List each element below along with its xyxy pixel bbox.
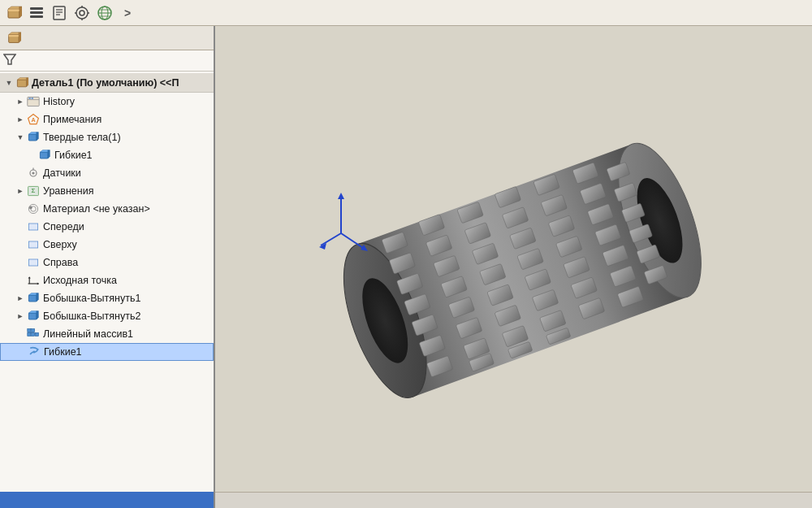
flexible1-label: Гибкие1 — [54, 150, 93, 161]
origin-icon — [26, 273, 41, 288]
main-area: ▼ Деталь1 (По умолчанию) <<П ► — [0, 26, 812, 508]
material-expand-icon — [15, 203, 26, 215]
svg-marker-38 — [37, 132, 38, 141]
svg-rect-39 — [40, 152, 48, 158]
svg-rect-64 — [32, 332, 35, 336]
root-expand-icon: ▼ — [3, 77, 15, 89]
top-plane-icon — [26, 237, 41, 252]
svg-point-49 — [29, 206, 32, 209]
svg-rect-51 — [28, 241, 37, 248]
globe-btn[interactable] — [94, 2, 115, 24]
pattern-label: Линейный массив1 — [43, 328, 133, 340]
material-icon — [26, 202, 41, 216]
svg-rect-6 — [30, 15, 43, 18]
svg-marker-59 — [37, 293, 38, 302]
solids-label: Твердые тела(1) — [43, 132, 121, 143]
tree-item-top[interactable]: Сверху — [0, 236, 214, 254]
front-expand-icon — [15, 221, 26, 232]
3d-part-icon — [6, 5, 22, 21]
tree-item-boss1[interactable]: ► Бобышка-Вытянуть1 — [0, 289, 214, 307]
svg-rect-32 — [28, 98, 30, 99]
solids-expand-icon: ▼ — [15, 132, 26, 143]
feature-tree[interactable]: ▼ Деталь1 (По умолчанию) <<П ► — [0, 72, 214, 492]
tree-item-equations[interactable]: ► Σ Уравнения — [0, 182, 214, 200]
equations-label: Уравнения — [43, 185, 93, 197]
more-btn[interactable]: > — [117, 2, 138, 24]
filter-icon — [3, 53, 16, 68]
svg-marker-55 — [28, 276, 31, 278]
history-label: History — [43, 96, 75, 107]
svg-rect-66 — [28, 329, 31, 332]
tree-item-flexible1[interactable]: Гибкие1 — [0, 146, 214, 164]
svg-marker-126 — [338, 193, 344, 199]
svg-rect-33 — [32, 98, 33, 99]
tree-item-origin[interactable]: Исходная точка — [0, 271, 214, 289]
feature-manager-icon — [28, 5, 45, 21]
config-manager-icon — [74, 5, 90, 21]
top-expand-icon — [15, 239, 26, 250]
viewport[interactable] — [215, 26, 812, 508]
flexible1-expand-icon — [26, 150, 37, 161]
svg-point-68 — [32, 350, 35, 353]
svg-marker-29 — [27, 77, 28, 86]
svg-marker-41 — [48, 150, 50, 158]
top-label: Сверху — [43, 239, 77, 250]
tree-item-right[interactable]: Справа — [0, 254, 214, 271]
solids-icon — [26, 130, 41, 145]
svg-rect-36 — [28, 134, 37, 141]
svg-marker-3 — [19, 7, 22, 18]
feature-manager-btn[interactable] — [26, 2, 47, 24]
sensors-icon — [26, 166, 41, 180]
tree-item-front[interactable]: Спереди — [0, 218, 214, 236]
panel-status-bar — [0, 492, 214, 508]
right-plane-icon — [26, 255, 41, 270]
tree-item-material[interactable]: Материал <не указан> — [0, 200, 214, 218]
notes-expand-icon: ► — [15, 114, 26, 125]
svg-point-12 — [76, 7, 88, 19]
sensors-expand-icon — [15, 167, 26, 179]
tree-item-flexible2[interactable]: Гибкие1 — [0, 343, 214, 361]
flex2-icon — [27, 345, 41, 359]
part-small-btn[interactable] — [3, 28, 24, 49]
config-manager-btn[interactable] — [71, 2, 93, 24]
svg-marker-61 — [28, 311, 37, 313]
tree-item-history[interactable]: ► History — [0, 93, 214, 111]
svg-rect-7 — [54, 7, 65, 20]
front-plane-icon — [26, 219, 41, 234]
svg-rect-52 — [28, 259, 37, 266]
origin-label: Исходная точка — [43, 275, 117, 286]
tree-item-sensors[interactable]: Датчики — [0, 164, 214, 182]
equations-icon: Σ — [26, 184, 41, 198]
svg-rect-1 — [8, 9, 19, 11]
svg-point-43 — [32, 172, 34, 174]
svg-marker-56 — [37, 282, 39, 284]
right-label: Справа — [43, 257, 78, 268]
solid-body-icon — [37, 148, 52, 163]
svg-rect-57 — [28, 295, 37, 302]
tree-item-notes[interactable]: ► A Примечания — [0, 111, 214, 128]
property-manager-icon — [51, 5, 67, 21]
pattern-icon — [26, 327, 41, 341]
root-item[interactable]: ▼ Деталь1 (По умолчанию) <<П — [0, 73, 214, 93]
property-manager-btn[interactable] — [49, 2, 70, 24]
svg-marker-26 — [4, 54, 15, 64]
svg-text:Σ: Σ — [32, 187, 36, 194]
equations-expand-icon: ► — [15, 185, 26, 197]
boss1-label: Бобышка-Вытянуть1 — [43, 293, 140, 304]
pattern-expand-icon — [15, 328, 26, 340]
tree-item-solids[interactable]: ▼ Твердые тела(1) — [0, 128, 214, 146]
tree-item-boss2[interactable]: ► Бобышка-Вытянуть2 — [0, 307, 214, 325]
part-small-icon — [6, 31, 21, 46]
origin-expand-icon — [15, 275, 26, 286]
viewport-status-bar — [215, 492, 812, 508]
history-expand-icon: ► — [15, 96, 26, 107]
boss2-icon — [26, 309, 41, 323]
part-icon-btn[interactable] — [3, 2, 24, 24]
filter-bar — [0, 50, 214, 72]
svg-marker-62 — [37, 311, 38, 319]
svg-rect-50 — [28, 224, 37, 230]
tree-item-pattern[interactable]: Линейный массив1 — [0, 325, 214, 343]
svg-marker-25 — [19, 32, 21, 42]
svg-rect-67 — [32, 329, 35, 332]
svg-point-11 — [80, 11, 84, 15]
